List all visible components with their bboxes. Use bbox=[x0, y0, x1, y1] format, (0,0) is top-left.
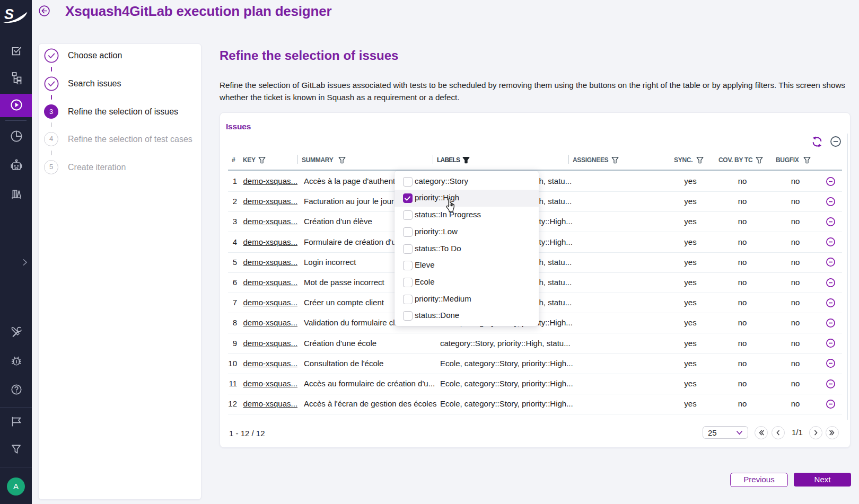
svg-text:S: S bbox=[4, 6, 14, 22]
